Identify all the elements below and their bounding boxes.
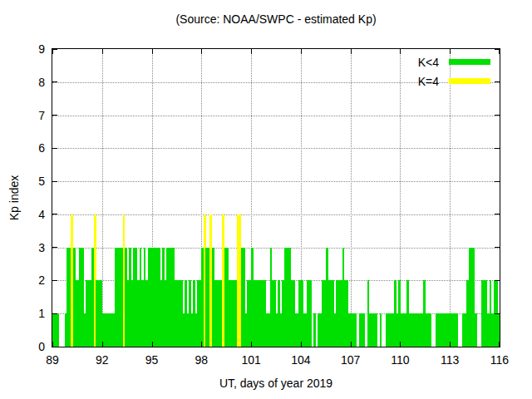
x-tick-mark: [102, 342, 103, 347]
x-tick-label: 110: [382, 353, 418, 367]
kp-bar-green: [456, 313, 459, 347]
y-tick-mark: [52, 214, 57, 214]
gridline-vertical: [450, 49, 451, 347]
kp-bar-green: [309, 280, 312, 347]
y-tick-mark: [495, 280, 500, 281]
y-tick-mark: [495, 313, 500, 314]
gridline-horizontal: [52, 116, 500, 116]
y-tick-label: 7: [17, 109, 45, 122]
x-tick-mark: [251, 342, 252, 347]
y-tick-mark: [495, 148, 500, 149]
y-tick-label: 9: [17, 42, 45, 56]
y-tick-mark: [495, 81, 500, 82]
x-tick-mark: [52, 342, 53, 347]
kp-chart: (Source: NOAA/SWPC - estimated Kp) Kp in…: [0, 0, 532, 399]
legend-label-k-eq-4: K=4: [418, 75, 439, 88]
x-tick-mark: [400, 342, 401, 347]
kp-bar-green: [380, 313, 382, 347]
y-tick-mark: [495, 247, 500, 248]
kp-bar-green: [376, 313, 378, 347]
y-tick-label: 4: [17, 208, 45, 221]
x-tick-mark: [201, 342, 202, 347]
x-tick-mark: [152, 342, 153, 347]
x-tick-mark: [152, 49, 153, 54]
x-tick-mark: [201, 49, 202, 54]
gridline-horizontal: [52, 181, 500, 182]
x-tick-mark: [450, 342, 451, 347]
x-tick-mark: [351, 49, 352, 54]
x-tick-mark: [499, 342, 500, 347]
y-tick-mark: [52, 313, 57, 314]
legend-swatch-green: [449, 59, 490, 65]
y-tick-mark: [52, 81, 57, 82]
kp-bar-green: [57, 313, 59, 347]
y-tick-mark: [495, 115, 500, 116]
x-tick-mark: [400, 49, 401, 54]
kp-bar-green: [363, 313, 366, 347]
y-tick-mark: [495, 214, 500, 214]
x-tick-label: 89: [34, 353, 71, 367]
y-tick-mark: [52, 148, 57, 149]
x-tick-label: 116: [481, 353, 518, 367]
x-tick-mark: [351, 342, 352, 347]
x-tick-mark: [52, 49, 53, 54]
kp-bar-green: [475, 313, 477, 347]
y-tick-mark: [52, 247, 57, 248]
legend-label-k-lt-4: K<4: [418, 56, 439, 69]
kp-bar-green: [313, 313, 316, 347]
x-tick-mark: [102, 49, 103, 54]
legend-item-k-lt-4: K<4: [418, 52, 490, 71]
x-tick-mark: [301, 342, 302, 347]
x-tick-mark: [499, 49, 500, 54]
gridline-vertical: [351, 49, 352, 347]
x-tick-label: 95: [134, 353, 170, 367]
y-tick-mark: [52, 280, 57, 281]
y-tick-label: 0: [17, 340, 45, 353]
x-tick-label: 113: [431, 353, 468, 367]
legend: K<4 K=4: [418, 52, 490, 91]
plot-canvas: [52, 49, 500, 347]
x-tick-mark: [301, 49, 302, 54]
y-tick-label: 6: [17, 141, 45, 155]
kp-bar-green: [429, 313, 431, 347]
legend-swatch-yellow: [449, 78, 490, 84]
kp-bar-green: [355, 313, 357, 347]
y-tick-label: 8: [17, 76, 45, 89]
x-tick-label: 98: [183, 353, 219, 367]
x-tick-label: 104: [283, 353, 319, 367]
y-tick-label: 1: [17, 307, 45, 320]
gridline-horizontal: [52, 214, 500, 215]
y-tick-mark: [52, 115, 57, 116]
y-tick-mark: [52, 181, 57, 182]
x-tick-label: 101: [233, 353, 269, 367]
legend-item-k-eq-4: K=4: [418, 71, 490, 91]
x-axis-label: UT, days of year 2019: [52, 377, 500, 390]
y-tick-label: 3: [17, 241, 45, 254]
y-tick-mark: [495, 181, 500, 182]
x-tick-mark: [251, 49, 252, 54]
x-tick-label: 92: [84, 353, 121, 367]
y-tick-label: 5: [17, 175, 45, 188]
gridline-horizontal: [52, 148, 500, 149]
y-tick-label: 2: [17, 273, 45, 287]
chart-title: (Source: NOAA/SWPC - estimated Kp): [52, 12, 500, 26]
plot-area: K<4 K=4: [52, 48, 500, 347]
x-tick-label: 107: [332, 353, 369, 367]
